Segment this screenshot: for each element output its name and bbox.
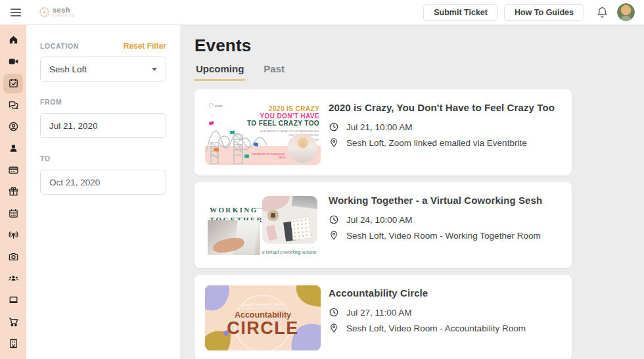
location-select[interactable]: Sesh Loft [40, 57, 166, 82]
credit-card-icon [3, 160, 23, 180]
thumb-caption-text: a virtual coworking session [258, 249, 321, 256]
clock-icon [329, 122, 339, 132]
sidebar-nav [0, 25, 26, 359]
clock-icon [329, 214, 339, 225]
location-label: LOCATION [40, 42, 79, 50]
shopping-cart-icon [3, 312, 23, 332]
tab-upcoming[interactable]: Upcoming [195, 63, 245, 81]
location-select-value: Sesh Loft [49, 64, 87, 74]
event-datetime-row: Jul 24, 10:00 AM [329, 214, 542, 225]
sidebar-item-media[interactable] [0, 246, 26, 268]
event-location-row: Sesh Loft, Zoom linked emailed via Event… [329, 137, 555, 148]
sidebar-item-locations[interactable] [0, 333, 26, 354]
how-to-guides-button[interactable]: How To Guides [504, 4, 584, 21]
home-icon [3, 30, 23, 50]
event-title: 2020 is Crazy, You Don't Have to Feel Cr… [329, 102, 555, 113]
event-location: Sesh Loft, Zoom linked emailed via Event… [346, 138, 527, 148]
sidebar-item-billing[interactable] [0, 159, 26, 181]
event-datetime: Jul 24, 10:00 AM [346, 215, 413, 225]
gift-icon [3, 182, 23, 202]
sesh-logo-icon [39, 7, 49, 17]
typing-hands-photo [208, 220, 260, 255]
logo-name: sesh [53, 7, 75, 14]
desk-flatlay-photo [262, 196, 317, 244]
notifications-bell-icon[interactable] [596, 6, 609, 18]
sidebar-item-community[interactable] [0, 268, 26, 289]
sidebar-item-chat[interactable] [0, 94, 26, 116]
thumb-script-text: Lead Women Circle [242, 302, 284, 308]
app-logo: sesh coworking [39, 7, 75, 18]
event-datetime-row: Jul 27, 11:00 AM [329, 307, 526, 318]
location-pin-icon [329, 323, 339, 333]
location-pin-icon [329, 230, 339, 241]
submit-ticket-button[interactable]: Submit Ticket [423, 4, 498, 21]
page-title: Events [195, 36, 644, 56]
sidebar-item-video-rooms[interactable] [0, 51, 26, 72]
account-circle-icon [3, 117, 23, 137]
reset-filter-link[interactable]: Reset Filter [124, 41, 166, 51]
calendar-check-icon [3, 74, 23, 93]
from-date-input[interactable] [40, 113, 166, 138]
events-tabs: Upcoming Past [195, 63, 644, 81]
event-thumbnail: sesh 2020 IS CRAZY YOU DON'T HAVE TO FEE… [205, 100, 321, 165]
event-location: Sesh Loft, Video Room - Accountability R… [346, 323, 526, 333]
event-title: Working Together - a Virtual Coworking S… [329, 195, 542, 206]
sidebar-item-virtual-office[interactable] [0, 289, 26, 311]
event-location-row: Sesh Loft, Video Room - Working Together… [329, 230, 542, 241]
location-pin-icon [329, 137, 339, 148]
tab-past[interactable]: Past [262, 63, 286, 81]
sidebar-item-calendar[interactable] [0, 203, 26, 224]
event-card[interactable]: WORKING TOGETHER a virtual coworking ses… [195, 182, 572, 268]
video-camera-icon [3, 52, 23, 72]
people-group-icon [3, 269, 23, 289]
events-main: Events Upcoming Past sesh 2020 IS CRAZY … [180, 25, 644, 359]
event-card[interactable]: Lead Women Circle Accountability CIRCLE … [195, 275, 572, 359]
person-icon [3, 139, 23, 158]
chat-bubbles-icon [3, 95, 23, 115]
to-label: TO [40, 155, 51, 162]
event-thumbnail: Lead Women Circle Accountability CIRCLE [205, 285, 321, 350]
event-datetime: Jul 21, 10:00 AM [346, 122, 413, 132]
podcast-icon [3, 226, 23, 245]
event-datetime-row: Jul 21, 10:00 AM [329, 122, 555, 132]
presenter-photo [287, 133, 317, 164]
to-date-input[interactable] [40, 170, 166, 195]
calendar-grid-icon [3, 204, 23, 224]
thumb-credit-text: PRESENTED BY KIMBERLY B. SMITH [247, 153, 285, 160]
camera-icon [3, 247, 23, 267]
laptop-icon [3, 291, 23, 310]
logo-tagline: coworking [53, 14, 75, 18]
sidebar-item-broadcast[interactable] [0, 224, 26, 246]
menu-icon[interactable] [7, 3, 25, 22]
event-datetime: Jul 27, 11:00 AM [346, 308, 412, 318]
sidebar-item-store[interactable] [0, 311, 26, 333]
sidebar-item-members[interactable] [0, 137, 26, 159]
filter-panel: LOCATION Reset Filter Sesh Loft FROM TO [26, 25, 180, 359]
chevron-down-icon [152, 68, 157, 71]
sidebar-item-events[interactable] [0, 72, 26, 94]
clock-icon [329, 307, 339, 318]
sidebar-item-perks[interactable] [0, 181, 26, 203]
event-thumbnail: WORKING TOGETHER a virtual coworking ses… [205, 193, 321, 258]
event-card[interactable]: sesh 2020 IS CRAZY YOU DON'T HAVE TO FEE… [195, 89, 572, 176]
event-location-row: Sesh Loft, Video Room - Accountability R… [329, 323, 526, 333]
building-icon [3, 334, 23, 354]
user-avatar[interactable] [617, 3, 635, 21]
thumb-sesh-logo: sesh [209, 103, 222, 108]
thumb-word-text: CIRCLE [227, 320, 299, 337]
event-location: Sesh Loft, Video Room - Working Together… [346, 231, 541, 241]
from-label: FROM [40, 98, 62, 106]
topbar: sesh coworking Submit Ticket How To Guid… [0, 0, 644, 25]
sidebar-item-account[interactable] [0, 116, 26, 137]
sidebar-item-home[interactable] [0, 29, 26, 51]
event-title: Accountability Circle [329, 287, 526, 299]
